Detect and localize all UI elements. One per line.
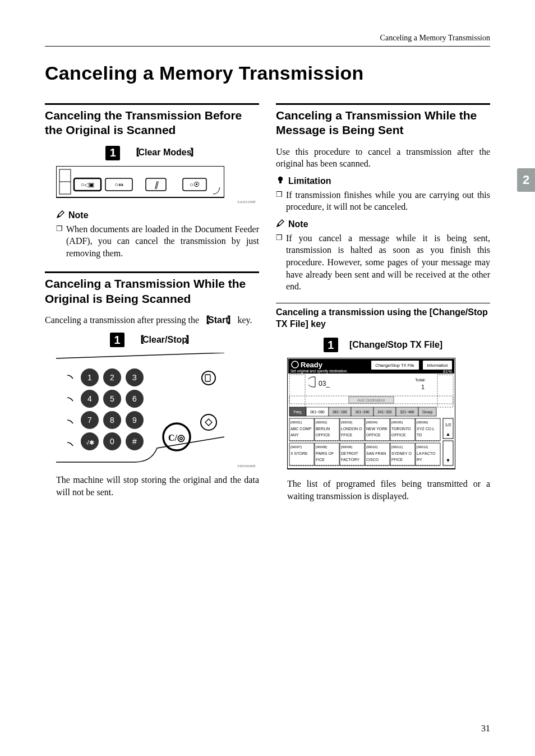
svg-text:2: 2 <box>110 373 114 382</box>
svg-text:∥: ∥ <box>154 181 159 189</box>
svg-text:[00012]: [00012] <box>417 445 428 449</box>
svg-text:X STORE: X STORE <box>290 451 308 455</box>
note-heading: Note <box>276 219 490 230</box>
svg-text:BERLIN: BERLIN <box>316 427 330 431</box>
note-label: Note <box>288 219 308 229</box>
svg-text:·/✱: ·/✱ <box>85 439 94 446</box>
svg-text:[00002]: [00002] <box>316 421 327 424</box>
pencil-icon <box>276 219 285 230</box>
illustration-code: ZAAS100E <box>56 200 256 204</box>
svg-text:001~080: 001~080 <box>310 410 325 414</box>
svg-text:6: 6 <box>132 394 137 403</box>
svg-text:OFFICE: OFFICE <box>391 433 406 437</box>
step-1-change-stop-tx: 1 [Change/Stop TX File] <box>276 338 490 352</box>
limitation-text: If transmission finishes while you are c… <box>286 189 490 213</box>
svg-text:RY: RY <box>417 458 422 462</box>
section-rule <box>276 103 490 105</box>
svg-text:7: 7 <box>87 416 92 425</box>
svg-text:XYZ CO.L: XYZ CO.L <box>417 427 435 431</box>
right-column: Canceling a Transmission While the Messa… <box>276 103 490 503</box>
svg-text:Add Destination: Add Destination <box>357 398 385 402</box>
svg-text:161~240: 161~240 <box>355 410 370 414</box>
lcd-display-illustration: Ready Set original and specify destinati… <box>287 358 490 472</box>
svg-text:[00007]: [00007] <box>290 445 302 449</box>
keypad-illustration: C/◎ 1 2 3 4 5 6 <box>56 353 259 468</box>
svg-text:321~400: 321~400 <box>400 410 414 414</box>
svg-text:[00006]: [00006] <box>417 421 428 424</box>
svg-text:NEW YORK: NEW YORK <box>366 427 388 431</box>
svg-text:3: 3 <box>132 373 137 382</box>
limitation-bullet: ❒ If transmission finishes while you are… <box>276 189 490 213</box>
svg-text:081~160: 081~160 <box>333 410 347 414</box>
svg-text:Group: Group <box>422 410 432 414</box>
section-rule <box>45 103 259 105</box>
svg-text:DETROIT: DETROIT <box>341 451 358 455</box>
step-number-badge: 1 <box>105 146 120 160</box>
note-text: If you cancel a message while it is bein… <box>286 232 490 293</box>
svg-text:#: # <box>132 437 137 446</box>
intro-paragraph: Use this procedure to cancel a transmiss… <box>276 146 490 170</box>
intro-paragraph: Canceling a transmission after pressing … <box>45 314 259 326</box>
step-number-badge: 1 <box>110 333 124 347</box>
note-bullet: ❒ When documents are loaded in the Docum… <box>56 223 259 260</box>
svg-text:[00001]: [00001] <box>290 421 302 424</box>
note-text: When documents are loaded in the Documen… <box>66 223 259 260</box>
pencil-icon <box>56 210 65 221</box>
svg-text:4: 4 <box>87 394 92 403</box>
svg-text:TORONTO: TORONTO <box>391 427 411 431</box>
subsection-heading: Canceling a transmission using the [Chan… <box>276 307 490 330</box>
svg-text:9: 9 <box>132 416 137 425</box>
svg-text:▼: ▼ <box>446 458 451 463</box>
svg-text:[00003]: [00003] <box>341 421 352 424</box>
svg-text:1/2: 1/2 <box>445 422 451 427</box>
left-column: Canceling the Transmission Before the Or… <box>45 103 259 503</box>
svg-text:○⇔: ○⇔ <box>114 181 123 188</box>
section-heading-while-scanning: Canceling a Transmission While the Origi… <box>45 276 259 306</box>
svg-text:[00009]: [00009] <box>341 445 352 449</box>
step-1-clear-stop: 1 Clear/Stop <box>45 333 259 347</box>
note-heading: Note <box>56 210 259 221</box>
svg-text:ANY: ANY <box>290 433 299 437</box>
section-heading-while-sending: Canceling a Transmission While the Messa… <box>276 108 490 138</box>
svg-text:SYDNEY O: SYDNEY O <box>391 451 412 455</box>
svg-text:FFICE: FFICE <box>391 458 403 462</box>
svg-text:○◁▣: ○◁▣ <box>81 181 95 188</box>
svg-text:LONDON O: LONDON O <box>341 427 362 431</box>
svg-text:Change/Stop TX File: Change/Stop TX File <box>375 363 414 368</box>
svg-point-40 <box>278 176 283 181</box>
svg-text:FICE: FICE <box>316 458 325 462</box>
svg-text:1: 1 <box>421 384 425 390</box>
note-label: Note <box>68 210 89 220</box>
svg-text:81%: 81% <box>443 369 452 374</box>
svg-text:241~320: 241~320 <box>377 410 392 414</box>
header-rule <box>45 46 490 47</box>
control-panel-illustration: ○◁▣ ○⇔ ∥ ○⦿ ZAAS100E <box>56 166 259 204</box>
bullet-marker: ❒ <box>56 223 63 260</box>
svg-text:1: 1 <box>87 373 92 382</box>
svg-text:SAN FRAN: SAN FRAN <box>366 451 386 455</box>
lightbulb-icon <box>276 176 285 187</box>
page-title: Canceling a Memory Transmission <box>45 62 490 84</box>
svg-text:03_: 03_ <box>319 380 330 388</box>
subsection-rule <box>276 303 490 303</box>
section-rule <box>45 271 259 273</box>
two-column-layout: Canceling the Transmission Before the Or… <box>45 103 490 503</box>
svg-text:ABC COMP: ABC COMP <box>290 427 312 431</box>
svg-text:8: 8 <box>110 416 114 425</box>
clear-modes-key-label: Clear Modes <box>131 147 198 159</box>
change-stop-tx-file-label: [Change/Stop TX File] <box>349 340 442 350</box>
svg-text:CISCO: CISCO <box>366 458 379 462</box>
svg-text:FFICE: FFICE <box>341 433 353 437</box>
page-number: 31 <box>481 723 490 734</box>
svg-text:[00010]: [00010] <box>366 445 377 449</box>
svg-text:LA FACTO: LA FACTO <box>417 451 436 455</box>
svg-text:Total:: Total: <box>415 377 426 382</box>
outro-paragraph: The list of programed files being transm… <box>287 478 490 502</box>
svg-text:OFFICE: OFFICE <box>366 433 381 437</box>
start-key-label: Start <box>201 315 235 325</box>
clear-stop-key-label: Clear/Stop <box>136 334 194 346</box>
step-1-clear-modes: 1 Clear Modes <box>45 146 259 160</box>
svg-text:OFFICE: OFFICE <box>316 433 330 437</box>
svg-text:[00011]: [00011] <box>391 445 403 449</box>
chapter-tab: 2 <box>517 168 535 192</box>
